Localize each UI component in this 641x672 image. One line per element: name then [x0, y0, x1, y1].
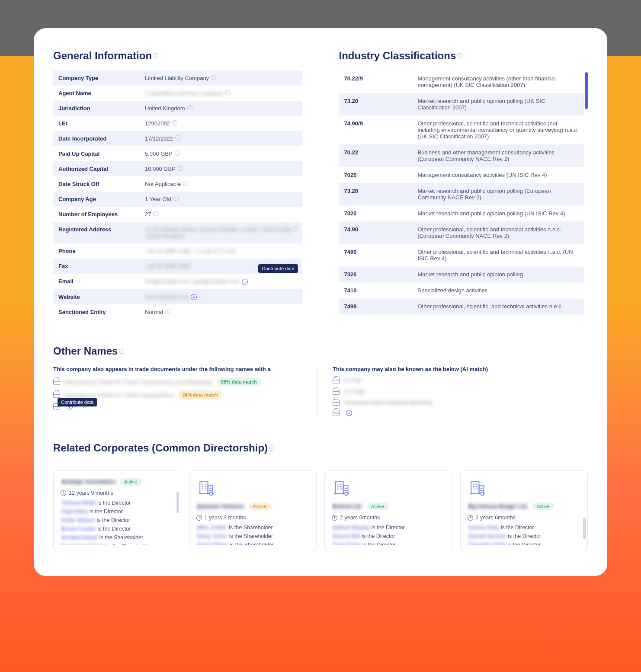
info-icon[interactable]	[173, 196, 179, 201]
person-name[interactable]: Tyrisha Obey	[468, 525, 500, 531]
person-name[interactable]: Henry, Arthur	[196, 533, 228, 539]
field-value: Limited Liability Company	[140, 70, 302, 86]
other-name-item: ICTT&M	[333, 388, 588, 395]
person-name[interactable]: Jenny Wilson	[196, 542, 228, 545]
industry-desc: Management consultancy activities (other…	[413, 70, 585, 93]
person-role: is the Director	[97, 500, 131, 506]
person-line: Floyd Miles is the Director	[61, 508, 174, 516]
info-icon[interactable]	[269, 445, 274, 451]
industry-code: 7320	[339, 205, 413, 221]
svg-point-23	[345, 492, 348, 495]
industry-desc: Market research and public opinion polli…	[413, 183, 585, 205]
person-name[interactable]: Hannah Burress	[468, 533, 506, 539]
person-name[interactable]: Annabel Rohan	[61, 534, 98, 541]
corporate-name: Big Kahuna Burger Ltd.	[468, 503, 528, 509]
person-line: Annabel Rohan is the Shareholder	[61, 534, 174, 542]
building-icon	[468, 478, 581, 502]
other-name-text: ICTT&M	[344, 388, 365, 395]
field-value: Normal	[140, 304, 302, 320]
person-line: Theresa Webb is the Director	[61, 499, 174, 507]
building-icon	[332, 478, 445, 502]
status-badge: Active	[367, 502, 388, 510]
person-name[interactable]: Kristin Watson	[61, 517, 95, 523]
add-icon[interactable]	[346, 410, 352, 416]
scrollbar[interactable]	[583, 518, 586, 539]
corporate-card[interactable]: Binford Ltd.Active2 years 6monthsKathryn…	[324, 470, 452, 552]
info-icon[interactable]	[175, 150, 180, 156]
field-value: 71-75 Shelton Street, Covent Garden, Lon…	[140, 222, 302, 243]
industry-code: 70.22/9	[339, 70, 413, 93]
industry-desc: Other professional, scientific and techn…	[413, 221, 585, 244]
field-value: www.sample.com	[140, 289, 302, 305]
status-badge: Active	[120, 478, 141, 486]
field-value: Corporations Service Company	[140, 86, 302, 101]
info-icon[interactable]	[183, 181, 188, 186]
info-icon[interactable]	[153, 53, 158, 58]
person-name[interactable]: Bessie Cooper	[61, 526, 96, 532]
corporate-card[interactable]: Big Kahuna Burger Ltd.Active2 years 6mon…	[460, 470, 588, 552]
info-icon[interactable]	[225, 90, 231, 95]
field-value: 17/12/2022	[140, 131, 302, 146]
person-name[interactable]: Theresa Webb	[61, 500, 96, 506]
other-names-right-label: This company may also be known as the be…	[333, 366, 588, 372]
info-icon[interactable]	[457, 53, 462, 58]
industry-desc: Market research and public opinion polli…	[413, 205, 585, 221]
field-value: Not Applicable	[140, 176, 302, 192]
industry-code: 7320	[339, 266, 413, 282]
add-icon[interactable]	[242, 279, 248, 285]
person-role: is the Director	[501, 525, 534, 531]
info-icon[interactable]	[178, 166, 183, 171]
person-name[interactable]: Jerome Bell	[332, 533, 360, 539]
person-name[interactable]: Francene Vandyne	[61, 543, 106, 545]
industry-desc: Market research and public opinion polli…	[413, 266, 585, 282]
add-icon[interactable]	[191, 294, 197, 300]
person-role: is the Shareholder	[230, 542, 273, 545]
related-heading: Related Corporates (Common Directorship)	[53, 442, 268, 454]
field-label: Registered Address	[53, 222, 140, 243]
person-name[interactable]: Floyd Miles	[61, 509, 88, 515]
svg-rect-0	[200, 482, 208, 494]
person-line: Jerome Bell is the Director	[332, 533, 445, 541]
corporate-card[interactable]: Strategic InnovationsActive12 years 9 mo…	[53, 470, 181, 552]
person-name[interactable]: Miles, Esther	[196, 525, 228, 531]
scrollbar[interactable]	[176, 492, 179, 513]
person-name[interactable]: Kathryn Murphy	[332, 525, 370, 531]
other-name-item: International Center for Trade Transpare…	[53, 378, 308, 386]
info-icon[interactable]	[119, 349, 124, 354]
industry-code: 73.20	[339, 183, 413, 205]
industry-code: 70.22	[339, 144, 413, 167]
industry-desc: Other professional, scientific and techn…	[413, 115, 585, 144]
info-icon[interactable]	[172, 120, 177, 125]
scrollbar[interactable]	[585, 72, 588, 109]
briefcase-icon	[333, 410, 340, 416]
industry-heading: Industry Classifications	[339, 50, 456, 62]
industry-code: 7490	[339, 244, 413, 266]
field-label: Paid Up Capital	[53, 146, 140, 161]
info-icon[interactable]	[187, 105, 192, 110]
person-role: is the Director	[362, 542, 396, 545]
other-name-item: International Centre for Trade Transpare…	[53, 390, 308, 399]
field-label: Company Age	[53, 192, 140, 207]
other-names-heading: Other Names	[53, 345, 118, 357]
info-icon[interactable]	[153, 211, 158, 216]
info-icon[interactable]	[293, 226, 298, 231]
briefcase-icon	[333, 389, 340, 395]
info-icon[interactable]	[211, 75, 216, 80]
person-name[interactable]: Chantalle Hecht	[468, 542, 506, 545]
clock-icon	[332, 515, 337, 521]
status-badge: Pause	[249, 502, 271, 510]
clock-icon	[468, 515, 473, 521]
person-role: is the Shareholder	[107, 543, 151, 545]
industry-code: 7499	[339, 298, 413, 314]
corporate-card[interactable]: Quantum VenturesPause1 years 3 monthsMil…	[189, 470, 317, 552]
main-sheet: General Information Company TypeLimited …	[34, 28, 607, 576]
info-icon[interactable]	[165, 309, 170, 314]
info-icon[interactable]	[175, 135, 180, 141]
person-name[interactable]: Cody Fisher	[332, 542, 361, 545]
field-value: 10,000 GBP	[140, 161, 302, 176]
industry-code: 7410	[339, 282, 413, 298]
field-label: Website	[53, 289, 140, 305]
tooltip: Contribute data	[58, 398, 97, 406]
person-role: is the Director	[362, 533, 395, 539]
industry-desc: Specialized design activities	[413, 282, 585, 298]
